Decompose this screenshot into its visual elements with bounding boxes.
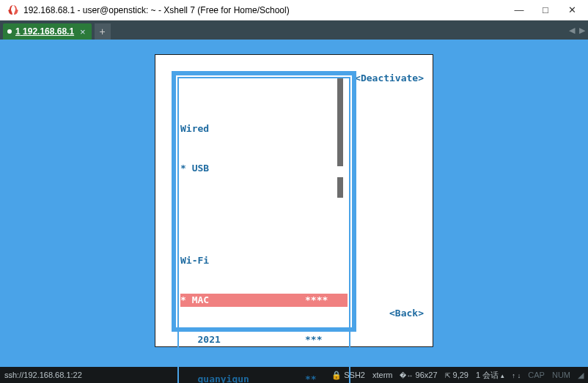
status-size: �⁠↔ 96x27 bbox=[400, 371, 437, 379]
list-item[interactable]: * MAC**** bbox=[180, 294, 348, 307]
tab-scroll-right-icon[interactable]: ▶ bbox=[579, 26, 585, 35]
status-sessions[interactable]: 1 会话 ▴ bbox=[476, 370, 504, 381]
list-item[interactable]: guanyiqun** bbox=[180, 373, 348, 383]
back-button[interactable]: <Back> bbox=[389, 308, 424, 319]
tab-close-icon[interactable]: × bbox=[80, 26, 86, 37]
section-heading-wired: Wired bbox=[180, 122, 348, 135]
tab-index: 1 bbox=[15, 26, 21, 37]
status-term: xterm bbox=[372, 371, 393, 379]
status-cursor: ⇱ 9,29 bbox=[445, 371, 468, 379]
tab-scroll-left-icon[interactable]: ◀ bbox=[569, 26, 575, 35]
window-title: 192.168.68.1 - user@openstick: ~ - Xshel… bbox=[23, 5, 506, 15]
list-item[interactable]: * USB bbox=[180, 162, 348, 175]
minimize-button[interactable]: — bbox=[506, 1, 532, 19]
connection-list-frame: Wired * USB Wi-Fi * MAC**** 2021*** guan… bbox=[172, 71, 356, 332]
tab-bar: 1 192.168.68.1 × + ◀ ▶ bbox=[0, 21, 588, 40]
window-titlebar: 192.168.68.1 - user@openstick: ~ - Xshel… bbox=[0, 0, 588, 21]
connection-list: Wired * USB Wi-Fi * MAC**** 2021*** guan… bbox=[177, 77, 350, 383]
terminal-area: <Deactivate> <Back> Wired * USB Wi-Fi * … bbox=[0, 40, 588, 367]
close-button[interactable]: ✕ bbox=[559, 1, 585, 19]
session-tab[interactable]: 1 192.168.68.1 × bbox=[3, 23, 92, 40]
new-tab-button[interactable]: + bbox=[95, 23, 111, 40]
deactivate-button[interactable]: <Deactivate> bbox=[355, 72, 424, 83]
status-resize-grip-icon[interactable]: ◢ bbox=[578, 371, 584, 380]
terminal-panel: <Deactivate> <Back> Wired * USB Wi-Fi * … bbox=[155, 54, 433, 347]
status-updown-icon[interactable]: ↑ ↓ bbox=[512, 371, 521, 379]
maximize-button[interactable]: □ bbox=[532, 1, 559, 19]
tab-label: 192.168.68.1 bbox=[23, 26, 74, 37]
section-heading-wifi: Wi-Fi bbox=[180, 254, 348, 267]
list-scrollbar[interactable] bbox=[337, 78, 343, 383]
list-item[interactable]: 2021*** bbox=[180, 333, 348, 346]
status-num: NUM bbox=[552, 371, 570, 379]
status-dot-icon bbox=[7, 29, 12, 34]
status-cap: CAP bbox=[528, 371, 545, 379]
app-icon bbox=[7, 4, 19, 16]
blank-row bbox=[180, 201, 348, 215]
